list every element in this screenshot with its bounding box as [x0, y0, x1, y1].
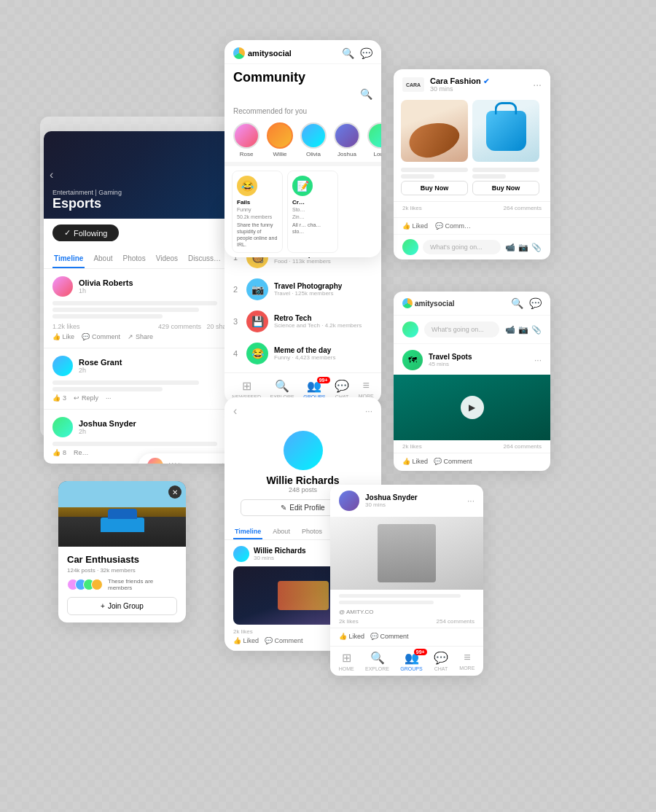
post2-line-2	[52, 387, 163, 391]
joshua-menu[interactable]: ···	[467, 496, 475, 506]
profile-comment-action[interactable]: 💬 Comment	[265, 637, 303, 644]
comment-action[interactable]: 💬 Comment	[82, 333, 120, 340]
nav-newsfeed[interactable]: ⊞ NEWSFEED	[232, 379, 261, 399]
avatar-olivia	[52, 276, 73, 297]
chat-nav-icon: 💬	[335, 379, 349, 393]
feed-comment-action[interactable]: 💬 Comment	[434, 458, 472, 465]
cara-time: 30 mins	[430, 85, 527, 93]
profile-tab-timeline[interactable]: Timeline	[233, 525, 262, 539]
nav2-explore[interactable]: 🔍 EXPLORE	[365, 651, 389, 671]
cara-liked-action[interactable]: 👍 Liked	[402, 222, 428, 230]
play-button[interactable]: ▶	[461, 396, 484, 419]
tab-about[interactable]: About	[92, 250, 114, 268]
tab-videos[interactable]: Videos	[155, 250, 179, 268]
chat2-label: CHAT	[434, 666, 448, 671]
camera-icon[interactable]: 📷	[518, 243, 528, 252]
joshua-likes: 2k likes	[339, 618, 359, 625]
nav2-more[interactable]: ≡ MORE	[459, 651, 475, 671]
amity-compose-row: What's going on... 📹 📷 📎	[394, 316, 550, 344]
reply-action[interactable]: ↩ Reply	[74, 394, 98, 402]
nav-chat[interactable]: 💬 CHAT	[335, 379, 349, 399]
chat-icon[interactable]: 💬	[360, 47, 372, 59]
fails-icon: 😂	[237, 176, 257, 196]
user-willie[interactable]: Willie	[267, 122, 293, 157]
more-action[interactable]: ···	[106, 394, 112, 402]
likes-count: 👍 3	[52, 394, 66, 402]
nav2-chat[interactable]: 💬 CHAT	[434, 651, 448, 671]
user-joshua[interactable]: Joshua	[334, 122, 360, 157]
feed-chat-icon[interactable]: 💬	[529, 297, 542, 309]
tab-timeline[interactable]: Timeline	[52, 250, 85, 268]
photo-compose-icon[interactable]: 📷	[518, 325, 528, 335]
edit-icon: ✎	[281, 504, 286, 512]
joshua-time: 30 mins	[365, 501, 418, 508]
buy-now-button-1[interactable]: Buy Now	[401, 181, 468, 195]
tab-discuss[interactable]: Discuss…	[187, 250, 222, 268]
profile-tab-about[interactable]: About	[271, 525, 292, 539]
feed-compose-input[interactable]: What's going on...	[424, 321, 499, 337]
user-olivia-name: Olivia	[306, 151, 321, 157]
car-group-stats: 124k posts · 32k members	[67, 567, 177, 574]
user-rose-name: Rose	[240, 151, 254, 157]
like-action[interactable]: 👍 Like	[52, 333, 74, 340]
rank-3: 3	[233, 317, 241, 326]
explore2-icon: 🔍	[370, 651, 385, 665]
workout-person	[330, 517, 483, 590]
price-bar-2	[401, 174, 434, 179]
back-icon[interactable]: ‹	[233, 405, 237, 418]
buy-now-button-2[interactable]: Buy Now	[472, 181, 539, 195]
joshua-liked-action[interactable]: 👍 Liked	[339, 633, 364, 640]
nav-groups[interactable]: 👥 GROUPS 99+	[303, 379, 325, 399]
following-button[interactable]: ✓ Following	[52, 225, 119, 241]
comm-card-fails[interactable]: 😂 Fails Funny 50.2k members Share the fu…	[232, 171, 283, 253]
post3-reply[interactable]: Re…	[74, 449, 89, 456]
trending-item-2[interactable]: 2 📷 Travel Photography Travel · 125k mem…	[224, 273, 381, 305]
user-louis[interactable]: Louis	[367, 122, 381, 157]
tab-photos[interactable]: Photos	[122, 250, 147, 268]
user-olivia[interactable]: Olivia	[300, 122, 327, 157]
profile-liked-action[interactable]: 👍 Liked	[233, 637, 259, 644]
user-rose[interactable]: Rose	[233, 122, 259, 157]
attach-compose-icon[interactable]: 📎	[531, 325, 542, 335]
cara-prices: Buy Now Buy Now	[394, 168, 550, 201]
check-icon: ✓	[64, 228, 71, 238]
feed-liked-action[interactable]: 👍 Liked	[402, 458, 428, 465]
comm-card-misc[interactable]: 📝 Cr… Sto… Zin… All r… cha… sto…	[287, 171, 338, 253]
travel-video[interactable]: ▶	[394, 375, 550, 440]
travel-menu[interactable]: ···	[534, 355, 542, 365]
price-bar-3	[472, 168, 539, 172]
feed-search-icon[interactable]: 🔍	[511, 297, 523, 309]
compose-avatar	[402, 239, 418, 255]
misc-members: Zin…	[292, 214, 333, 219]
travel-time: 45 mins	[429, 361, 528, 367]
nav2-groups[interactable]: 👥 GROUPS 99+	[400, 651, 422, 671]
cara-header: CARA Cara Fashion ✔ 30 mins ···	[394, 69, 550, 100]
trending-item-4[interactable]: 4 😂 Meme of the day Funny · 4,423 member…	[224, 337, 381, 370]
community-search-icon[interactable]: 🔍	[360, 88, 372, 100]
close-button[interactable]: ✕	[168, 485, 181, 499]
fails-desc: Share the funny stupidity of people onli…	[237, 222, 278, 248]
joshua-comment-action[interactable]: 💬 Comment	[370, 633, 409, 640]
join-group-button[interactable]: + Join Group	[67, 597, 177, 615]
post3-likes: 👍 8	[52, 449, 66, 456]
cara-comment-action[interactable]: 💬 Comm…	[435, 222, 471, 230]
video-icon[interactable]: 📹	[505, 243, 515, 252]
nav-explore[interactable]: 🔍 EXPLORE	[270, 379, 294, 399]
search-icon[interactable]: 🔍	[342, 47, 354, 59]
cara-menu-icon[interactable]: ···	[533, 79, 542, 90]
video-compose-icon[interactable]: 📹	[505, 325, 515, 335]
share-action[interactable]: ↗ Share	[128, 333, 153, 340]
back-chevron[interactable]: ‹	[50, 168, 53, 181]
profile-tab-photos[interactable]: Photos	[300, 525, 324, 539]
trending-item-3[interactable]: 3 💾 Retro Tech Science and Tech · 4.2k m…	[224, 305, 381, 337]
fails-name: Fails	[237, 199, 278, 206]
post-line-2	[52, 308, 199, 312]
car-group-name: Car Enthusiasts	[67, 554, 177, 565]
compose-field[interactable]: What's going on...	[423, 240, 501, 254]
more2-icon: ≡	[464, 651, 470, 664]
nav2-home[interactable]: ⊞ HOME	[339, 651, 354, 671]
profile-more-icon[interactable]: ···	[365, 406, 372, 416]
groups2-badge: 99+	[414, 649, 427, 655]
attach-icon[interactable]: 📎	[531, 243, 542, 252]
nav-more[interactable]: ≡ MORE	[359, 379, 374, 399]
